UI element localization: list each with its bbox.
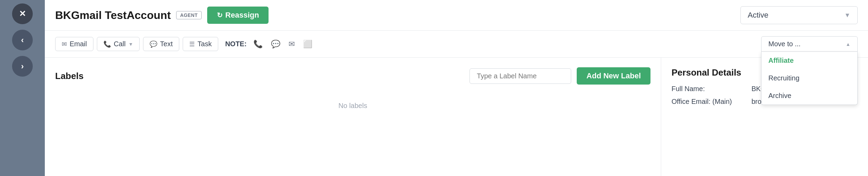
- call-button[interactable]: 📞 Call ▼: [97, 37, 140, 51]
- toolbar: ✉ Email 📞 Call ▼ 💬 Text ☰ Task NOTE: 📞: [45, 31, 868, 58]
- chat-icon: 💬: [150, 40, 157, 48]
- office-email-label: Office Email: (Main): [672, 98, 747, 106]
- note-phone-icon: 📞: [253, 40, 263, 48]
- next-button[interactable]: ›: [12, 56, 33, 77]
- label-name-input[interactable]: [470, 68, 571, 84]
- note-label: NOTE:: [225, 40, 246, 48]
- sidebar: ✕ ‹ ›: [0, 0, 45, 176]
- close-icon: ✕: [19, 9, 26, 19]
- task-button[interactable]: ☰ Task: [183, 37, 218, 51]
- email-label: Email: [70, 40, 87, 48]
- header: BKGmail TestAccount AGENT ↻ Reassign Act…: [45, 0, 868, 31]
- call-label: Call: [114, 40, 125, 48]
- note-email-icon-btn[interactable]: ✉: [285, 38, 298, 51]
- task-icon: ☰: [189, 40, 195, 48]
- task-label: Task: [198, 40, 212, 48]
- move-to-option-affiliate[interactable]: Affiliate: [761, 52, 857, 69]
- move-to-dropdown: Affiliate Recruiting Archive: [761, 52, 858, 105]
- close-button[interactable]: ✕: [12, 3, 33, 24]
- no-labels-message: No labels: [55, 95, 650, 117]
- account-title: BKGmail TestAccount: [55, 9, 171, 22]
- fullname-label: Full Name:: [672, 85, 747, 93]
- reassign-icon: ↻: [217, 11, 223, 19]
- reassign-label: Reassign: [225, 11, 259, 20]
- labels-section: Labels Add New Label No labels: [45, 58, 661, 176]
- note-email-icon: ✉: [289, 40, 295, 48]
- text-button[interactable]: 💬 Text: [143, 37, 179, 51]
- note-square-icon-btn[interactable]: ⬜: [300, 38, 316, 51]
- archive-label: Archive: [768, 92, 791, 99]
- email-icon: ✉: [62, 40, 67, 48]
- add-label-button[interactable]: Add New Label: [577, 67, 650, 85]
- move-to-option-recruiting[interactable]: Recruiting: [761, 69, 857, 87]
- move-to-option-archive[interactable]: Archive: [761, 87, 857, 105]
- chevron-down-icon: ▼: [844, 12, 850, 19]
- reassign-button[interactable]: ↻ Reassign: [207, 7, 269, 24]
- email-button[interactable]: ✉ Email: [55, 37, 93, 51]
- chevron-right-icon: ›: [21, 61, 24, 71]
- move-to-container: Move to ... ▲ Affiliate Recruiting Archi…: [761, 36, 858, 52]
- affiliate-label: Affiliate: [768, 57, 794, 64]
- labels-title: Labels: [55, 71, 464, 81]
- move-to-label: Move to ...: [768, 40, 800, 48]
- chevron-left-icon: ‹: [21, 35, 24, 45]
- active-dropdown[interactable]: Active ▼: [740, 6, 858, 24]
- recruiting-label: Recruiting: [768, 74, 799, 82]
- content-area: Labels Add New Label No labels Personal …: [45, 58, 868, 176]
- text-label: Text: [160, 40, 173, 48]
- note-icons: 📞 💬 ✉ ⬜: [250, 38, 316, 51]
- note-chat-icon-btn[interactable]: 💬: [268, 38, 284, 51]
- note-chat-icon: 💬: [271, 40, 280, 48]
- note-phone-icon-btn[interactable]: 📞: [250, 38, 266, 51]
- agent-badge: AGENT: [176, 11, 201, 19]
- labels-header: Labels Add New Label: [55, 67, 650, 85]
- move-to-button[interactable]: Move to ... ▲: [761, 36, 858, 52]
- main-content: BKGmail TestAccount AGENT ↻ Reassign Act…: [45, 0, 868, 176]
- note-square-icon: ⬜: [303, 40, 312, 48]
- phone-icon: 📞: [103, 40, 111, 48]
- active-label: Active: [748, 11, 768, 20]
- prev-button[interactable]: ‹: [12, 30, 33, 50]
- call-chevron-icon: ▼: [128, 41, 133, 47]
- move-to-chevron-icon: ▲: [846, 41, 850, 47]
